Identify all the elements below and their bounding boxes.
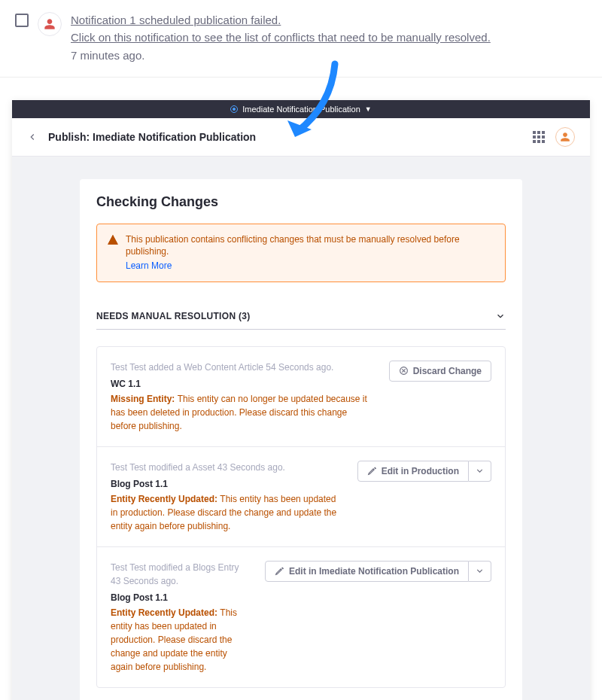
chevron-down-icon [495,311,506,321]
alert-text: This publication contains conflicting ch… [126,234,460,257]
item-title: WC 1.1 [111,377,374,391]
pencil-icon [367,466,377,476]
topbar[interactable]: Imediate Notification Publication ▼ [12,100,590,118]
button-label: Edit in Imediate Notification Publicatio… [289,566,459,577]
discard-icon [399,366,409,376]
item-error-lead: Missing Entity: [111,394,178,404]
notification-title[interactable]: Notification 1 scheduled publication fai… [71,12,491,29]
app-window: Imediate Notification Publication ▼ Publ… [12,100,590,701]
learn-more-link[interactable]: Learn More [126,260,494,272]
item-meta: Test Test modified a Blogs Entry 43 Seco… [111,561,250,588]
action-dropdown[interactable] [469,561,491,582]
conflict-item: Test Test modified a Asset 43 Seconds ag… [97,447,505,547]
user-menu[interactable] [555,127,575,147]
radio-icon [230,105,238,113]
conflict-item: Test Test modified a Blogs Entry 43 Seco… [97,547,505,687]
chevron-down-icon [475,466,485,476]
item-error-lead: Entity Recently Updated: [111,494,220,504]
apps-icon[interactable] [533,131,545,143]
manual-section-header[interactable]: NEEDS MANUAL RESOLUTION (3) [96,303,506,330]
discard-change-button[interactable]: Discard Change [389,361,491,382]
notification-checkbox[interactable] [15,14,29,27]
alert: This publication contains conflicting ch… [96,224,506,282]
chevron-down-icon: ▼ [365,105,372,113]
topbar-title: Imediate Notification Publication [242,105,360,114]
conflict-item: Test Test added a Web Content Article 54… [97,347,505,447]
main-heading: Checking Changes [96,194,506,210]
manual-section-label: NEEDS MANUAL RESOLUTION (3) [96,311,251,321]
item-meta: Test Test added a Web Content Article 54… [111,361,374,374]
edit-publication-button[interactable]: Edit in Imediate Notification Publicatio… [265,561,469,582]
user-icon [44,18,56,30]
main-card: Checking Changes This publication contai… [80,179,522,701]
notification[interactable]: Notification 1 scheduled publication fai… [0,0,602,78]
notification-time: 7 minutes ago. [71,47,491,65]
header-bar: Publish: Imediate Notification Publicati… [12,118,590,157]
user-icon [560,132,570,142]
item-title: Blog Post 1.1 [111,591,250,604]
warning-icon [108,235,118,245]
chevron-down-icon [475,566,485,576]
notification-body[interactable]: Click on this notification to see the li… [71,29,491,47]
item-meta: Test Test modified a Asset 43 Seconds ag… [111,461,342,474]
page-title: Publish: Imediate Notification Publicati… [48,131,256,143]
button-label: Edit in Production [382,466,459,476]
edit-production-button[interactable]: Edit in Production [357,461,469,482]
conflict-list: Test Test added a Web Content Article 54… [96,346,506,688]
avatar [38,12,62,36]
action-dropdown[interactable] [469,461,491,482]
item-title: Blog Post 1.1 [111,477,342,491]
back-icon[interactable] [27,132,38,142]
button-label: Discard Change [413,366,482,376]
item-error-lead: Entity Recently Updated: [111,607,220,618]
pencil-icon [275,566,284,576]
